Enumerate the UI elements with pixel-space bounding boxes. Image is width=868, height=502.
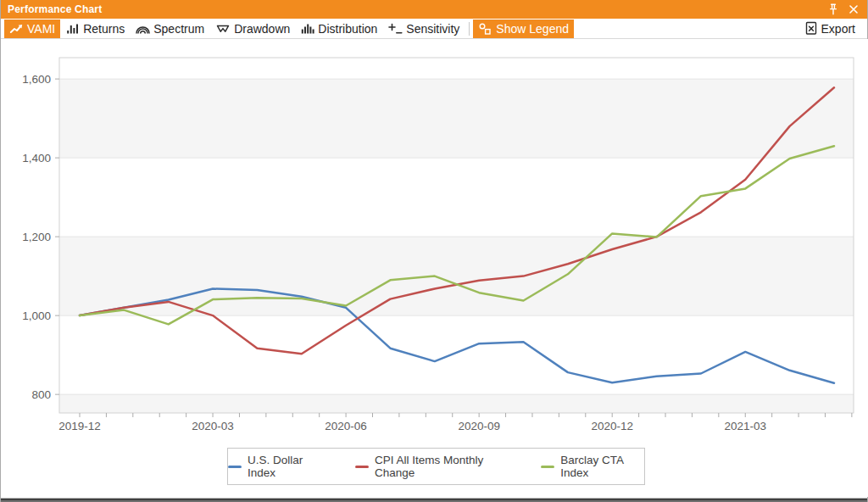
show-legend-label: Show Legend	[496, 22, 569, 36]
close-icon[interactable]	[847, 3, 860, 16]
legend-label: CPI All Items Monthly Change	[375, 454, 510, 479]
performance-chart-svg: 8001,0001,2001,4001,6002019-122020-03202…	[1, 39, 868, 497]
chart-area: 8001,0001,2001,4001,6002019-122020-03202…	[1, 39, 868, 497]
show-legend-button[interactable]: Show Legend	[473, 20, 574, 38]
window-title: Performance Chart	[8, 3, 102, 15]
legend-item-us-dollar-index[interactable]: U.S. Dollar Index	[228, 454, 325, 479]
tab-label: Distribution	[318, 22, 377, 36]
svg-text:1,400: 1,400	[22, 152, 51, 165]
svg-text:1,000: 1,000	[22, 310, 51, 322]
sensitivity-icon	[388, 22, 403, 36]
performance-chart-window: Performance Chart VAMI Returns	[0, 0, 868, 502]
tab-distribution[interactable]: Distribution	[296, 20, 382, 38]
spectrum-icon	[136, 22, 150, 36]
export-label: Export	[821, 22, 855, 36]
window-titlebar: Performance Chart	[1, 0, 867, 19]
pin-icon[interactable]	[826, 3, 840, 16]
legend-shapes-icon	[478, 22, 492, 36]
svg-text:2020-09: 2020-09	[458, 420, 500, 432]
tab-returns[interactable]: Returns	[61, 20, 130, 38]
tab-spectrum[interactable]: Spectrum	[131, 20, 209, 38]
export-button[interactable]: Export	[799, 20, 860, 38]
svg-text:2019-12: 2019-12	[58, 420, 101, 432]
legend-item-cpi-all-items[interactable]: CPI All Items Monthly Change	[355, 454, 510, 479]
svg-text:2020-12: 2020-12	[591, 420, 633, 432]
tab-sensitivity[interactable]: Sensitivity	[383, 20, 465, 38]
line-chart-icon	[9, 22, 24, 36]
tab-label: Spectrum	[153, 22, 204, 36]
tab-label: Drawdown	[234, 22, 290, 36]
legend-swatch-blue	[228, 466, 242, 468]
svg-text:1,200: 1,200	[22, 231, 51, 243]
legend-label: Barclay CTA Index	[560, 454, 644, 479]
legend-swatch-red	[355, 466, 369, 468]
chart-toolbar: VAMI Returns Spectrum Drawdown	[1, 19, 867, 39]
tab-drawdown[interactable]: Drawdown	[210, 20, 295, 38]
bar-chart-icon	[66, 22, 80, 36]
drawdown-icon	[215, 22, 231, 36]
svg-text:2021-03: 2021-03	[724, 420, 766, 432]
legend-swatch-green	[541, 466, 554, 468]
tab-label: Sensitivity	[406, 22, 459, 36]
tab-label: Returns	[83, 22, 125, 36]
window-bottom-edge	[1, 497, 867, 502]
svg-text:800: 800	[31, 388, 51, 401]
legend-label: U.S. Dollar Index	[248, 454, 325, 479]
svg-text:1,600: 1,600	[22, 73, 51, 86]
svg-text:2020-06: 2020-06	[325, 420, 367, 432]
toolbar-separator	[469, 22, 470, 36]
tab-vami[interactable]: VAMI	[4, 20, 60, 38]
chart-legend: U.S. Dollar Index CPI All Items Monthly …	[227, 448, 645, 485]
export-excel-icon	[804, 21, 818, 36]
legend-item-barclay-cta[interactable]: Barclay CTA Index	[541, 454, 644, 479]
svg-text:2020-03: 2020-03	[192, 420, 234, 432]
distribution-icon	[301, 22, 314, 36]
tab-label: VAMI	[27, 22, 55, 36]
